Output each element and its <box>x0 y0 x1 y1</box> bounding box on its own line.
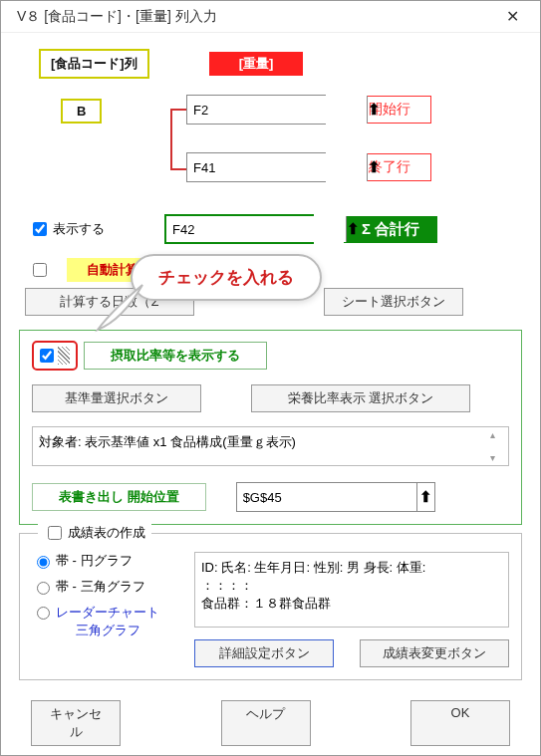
ok-button[interactable]: OK <box>410 700 510 746</box>
hatch-icon <box>58 347 70 365</box>
radio-band-pie-input[interactable] <box>37 556 50 569</box>
radio-radar-label: レーダーチャート 三角グラフ <box>56 604 159 639</box>
radio-band-triangle[interactable]: 帯 - 三角グラフ <box>32 578 176 596</box>
arrow-up-icon[interactable]: ⬆ <box>367 96 381 124</box>
auto-calc-row: 自動計算式を組み込む <box>29 258 522 282</box>
ratio-checkbox[interactable] <box>40 349 54 363</box>
radio-radar-label-a: レーダーチャート <box>56 605 159 620</box>
titlebar: V８ [食品コード]・[重量] 列入力 ✕ <box>1 1 540 33</box>
header-labels: [食品コード]列 [重量] <box>39 49 522 79</box>
report-preview-line3: 食品群：１８群食品群 <box>201 595 502 613</box>
report-preview-line2: ：：：： <box>201 577 502 595</box>
close-icon[interactable]: ✕ <box>492 3 532 31</box>
report-change-button[interactable]: 成績表変更ボタン <box>360 639 509 667</box>
window-title: V８ [食品コード]・[重量] 列入力 <box>17 8 217 26</box>
radio-band-pie-label: 帯 - 円グラフ <box>56 552 133 570</box>
weight-label: [重量] <box>209 52 304 76</box>
radio-radar-label-b: 三角グラフ <box>76 623 140 637</box>
sum-row: 表示する ⬆ — Σ 合計行 <box>29 214 522 244</box>
target-text-content: 対象者: 表示基準値 x1 食品構成(重量ｇ表示) <box>39 434 296 449</box>
content: [食品コード]列 [重量] B ⬆ – 開始行 ⬆ <box>1 33 540 756</box>
radio-radar-input[interactable] <box>37 607 50 620</box>
report-group: 成績表の作成 帯 - 円グラフ 帯 - 三角グラフ レーダーチ <box>19 533 522 680</box>
food-code-col-label: [食品コード]列 <box>39 49 149 79</box>
report-radio-group: 帯 - 円グラフ 帯 - 三角グラフ レーダーチャート 三角グラフ <box>32 552 176 639</box>
export-cell-field[interactable] <box>237 483 416 511</box>
detail-settings-button[interactable]: 詳細設定ボタン <box>194 639 334 667</box>
report-preview[interactable]: ID: 氏名: 生年月日: 性別: 男 身長: 体重: ：：：： 食品群：１８群… <box>194 552 509 628</box>
arrow-up-icon[interactable]: ⬆ <box>367 153 381 181</box>
start-row: ⬆ – 開始行 <box>186 95 431 125</box>
arrow-up-icon[interactable]: ⬆ <box>416 483 434 511</box>
auto-calc-strip: 自動計算式を組み込む <box>67 258 236 282</box>
calc-days-button[interactable]: 計算する日数（Σ <box>25 288 194 316</box>
report-title: 成績表の作成 <box>68 524 145 542</box>
nutrient-ratio-display-button[interactable]: 栄養比率表示 選択ボタン <box>251 384 470 412</box>
export-cell-input[interactable]: ⬆ <box>236 482 435 512</box>
sum-row-input[interactable]: ⬆ <box>164 214 314 244</box>
target-text[interactable]: 対象者: 表示基準値 x1 食品構成(重量ｇ表示) ▴▾ <box>32 426 509 466</box>
start-row-field[interactable] <box>187 96 367 124</box>
report-preview-line1: ID: 氏名: 生年月日: 性別: 男 身長: 体重: <box>201 559 502 577</box>
footer-buttons: キャンセル ヘルプ OK <box>19 688 522 746</box>
display-checkbox[interactable]: 表示する <box>29 219 148 239</box>
dialog-window: V８ [食品コード]・[重量] 列入力 ✕ [食品コード]列 [重量] B ⬆ … <box>0 0 541 756</box>
auto-calc-checkbox[interactable] <box>33 263 47 277</box>
sheet-select-button[interactable]: シート選択ボタン <box>324 288 463 316</box>
end-row-field[interactable] <box>187 153 367 181</box>
display-checkbox-label: 表示する <box>53 220 105 238</box>
display-checkbox-input[interactable] <box>33 222 47 236</box>
help-button[interactable]: ヘルプ <box>221 700 311 746</box>
scroll-arrows[interactable]: ▴▾ <box>490 429 506 463</box>
export-position-label: 表書き出し 開始位置 <box>32 483 206 511</box>
ratio-checkbox-highlight <box>32 341 78 371</box>
column-letter: B <box>61 99 102 124</box>
start-row-input[interactable]: ⬆ <box>186 95 326 125</box>
standard-amount-button[interactable]: 基準量選択ボタン <box>32 384 201 412</box>
radio-band-triangle-input[interactable] <box>37 582 50 595</box>
ratio-group: 摂取比率等を表示する 基準量選択ボタン 栄養比率表示 選択ボタン 対象者: 表示… <box>19 330 522 525</box>
end-row-input[interactable]: ⬆ <box>186 152 326 182</box>
arrow-up-icon[interactable]: ⬆ <box>346 216 360 242</box>
calc-row: 計算する日数（Σ シート選択ボタン <box>19 288 522 316</box>
end-row: ⬆ – 終了行 <box>186 152 431 182</box>
ratio-checkbox-label: 摂取比率等を表示する <box>84 342 267 370</box>
report-title-checkbox[interactable]: 成績表の作成 <box>38 523 151 543</box>
radio-band-pie[interactable]: 帯 - 円グラフ <box>32 552 176 570</box>
radio-radar[interactable]: レーダーチャート 三角グラフ <box>32 604 176 639</box>
bracket-icon <box>170 109 186 170</box>
cancel-button[interactable]: キャンセル <box>31 700 121 746</box>
report-title-checkbox-input[interactable] <box>48 526 62 540</box>
radio-band-triangle-label: 帯 - 三角グラフ <box>56 578 145 596</box>
sum-row-field[interactable] <box>166 216 346 242</box>
